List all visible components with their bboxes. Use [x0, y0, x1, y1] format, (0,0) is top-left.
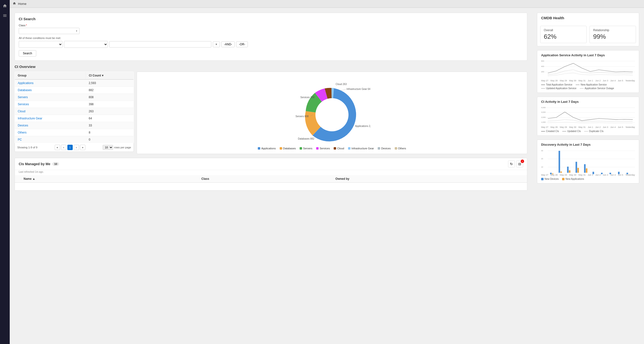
legend-dot-databases — [280, 147, 282, 149]
donut-svg: Cloud 263 Infrastructure Gear 64 Service… — [293, 76, 371, 144]
app-service-x-labels: May 27 May 28 May 29 May 30 May 31 Jun 1… — [541, 79, 635, 82]
filter-count: 2 — [521, 159, 524, 163]
overview-container: Group CI Count ▾ Applications2,593Databa… — [14, 72, 527, 154]
group-cell[interactable]: Applications — [15, 79, 86, 87]
legend-dot-applications — [258, 147, 260, 149]
svg-text:4,000: 4,000 — [541, 106, 546, 109]
class-select[interactable] — [19, 28, 80, 34]
filter-value-input[interactable] — [109, 41, 211, 48]
filter-and-btn[interactable]: -AND- — [221, 41, 235, 47]
ci-search-title: CI Search — [19, 17, 523, 21]
app-service-activity-card: Application Service Activity in Last 7 D… — [537, 50, 639, 93]
svg-text:200: 200 — [541, 71, 544, 73]
page-1-btn[interactable]: 1 — [67, 145, 73, 150]
table-row: Cloud263 — [15, 108, 134, 115]
svg-text:Infrastructure Gear  64: Infrastructure Gear 64 — [346, 88, 370, 90]
ci-activity-svg: 4,000 3,000 2,000 1,000 — [541, 105, 635, 125]
filter-badge-wrapper: ⊟ 2 — [516, 160, 523, 167]
svg-text:30: 30 — [541, 149, 543, 152]
refresh-time: Last refreshed 1m ago. — [15, 170, 527, 175]
overview-table-wrap: Group CI Count ▾ Applications2,593Databa… — [14, 72, 134, 154]
cmdb-health-title: CMDB Health — [537, 13, 639, 23]
group-cell[interactable]: Devices — [15, 122, 86, 129]
group-cell[interactable]: Servers — [15, 94, 86, 101]
first-page-btn[interactable]: « — [55, 145, 60, 150]
managed-badge: 10 — [52, 162, 59, 166]
table-row: PC0 — [15, 136, 134, 143]
required-indicator: * — [26, 24, 27, 27]
svg-rect-36 — [567, 167, 568, 173]
search-button[interactable]: Search — [19, 50, 36, 57]
group-cell[interactable]: Infrastructure Gear — [15, 115, 86, 122]
overall-label: Overall — [544, 29, 583, 32]
legend-line-total — [541, 85, 545, 85]
filter-remove-btn[interactable]: × — [213, 41, 220, 47]
col-group: Group — [15, 72, 86, 80]
conditions-label: All of these conditions must be met: — [19, 37, 523, 40]
svg-text:10: 10 — [541, 166, 543, 168]
topbar-home-label: Home — [18, 2, 26, 6]
legend-line-created — [541, 131, 545, 131]
managed-title: CIs Managed by Me — [19, 162, 50, 166]
app-service-chart: 600 400 200 — [541, 59, 635, 78]
count-cell: 2,593 — [86, 79, 134, 87]
last-page-btn[interactable]: » — [80, 145, 85, 150]
filter-or-btn[interactable]: -OR- — [236, 41, 248, 47]
count-cell: 263 — [86, 108, 134, 115]
ci-activity-chart: 4,000 3,000 2,000 1,000 — [541, 105, 635, 125]
legend-servers: Servers — [300, 147, 312, 150]
table-footer: Showing 1-9 of 9 « ‹ 1 › » 10 — [14, 143, 134, 152]
legend-line-outage — [580, 88, 584, 89]
app-service-svg: 600 400 200 — [541, 59, 635, 78]
chart-legend: Applications Databases Servers — [258, 147, 406, 150]
ci-activity-x-labels: May 27 May 28 May 29 May 30 May 31 Jun 1… — [541, 126, 635, 128]
filter-field-select[interactable] — [19, 41, 62, 48]
sidebar-home-icon[interactable] — [1, 2, 9, 10]
legend-line-duplicate — [584, 131, 588, 131]
svg-text:Servers  808: Servers 808 — [296, 115, 308, 118]
svg-point-0 — [316, 98, 348, 131]
group-cell[interactable]: Cloud — [15, 108, 86, 115]
svg-rect-34 — [559, 151, 560, 173]
legend-others: Others — [395, 147, 406, 150]
discovery-legend: New Devices New Applications — [541, 178, 635, 180]
cmdb-cards: Overall 62% Relationship 99% — [537, 23, 639, 46]
relationship-health-card: Relationship 99% — [590, 26, 636, 43]
col-owned-by: Owned by — [332, 175, 527, 183]
ci-search-section: CI Search Class * All of these condition… — [14, 13, 527, 61]
table-row: Servers808 — [15, 94, 134, 101]
svg-rect-43 — [601, 173, 602, 174]
group-cell[interactable]: PC — [15, 136, 86, 143]
refresh-btn[interactable]: ↻ — [508, 160, 515, 167]
managed-header: CIs Managed by Me 10 ↻ ⊟ 2 — [15, 158, 527, 170]
legend-line-updated — [541, 88, 545, 89]
legend-dot-new-devices — [541, 178, 544, 180]
group-cell[interactable]: Databases — [15, 87, 86, 94]
legend-cloud: Cloud — [334, 147, 344, 150]
count-cell: 0 — [86, 136, 134, 143]
prev-page-btn[interactable]: ‹ — [61, 145, 66, 150]
right-panel: CMDB Health Overall 62% Relationship 99%… — [532, 8, 644, 344]
svg-rect-46 — [626, 173, 628, 174]
cmdb-health-card: CMDB Health Overall 62% Relationship 99% — [537, 13, 639, 46]
group-cell[interactable]: Others — [15, 129, 86, 136]
sidebar-menu-icon[interactable] — [1, 12, 9, 20]
rows-per-page-select[interactable]: 10 25 50 — [103, 145, 113, 150]
filter-operator-select[interactable] — [64, 41, 108, 48]
svg-rect-38 — [576, 162, 577, 173]
legend-dot-devices — [378, 147, 380, 149]
table-row: Infrastructure Gear64 — [15, 115, 134, 122]
next-page-btn[interactable]: › — [74, 145, 79, 150]
svg-text:Cloud  263: Cloud 263 — [336, 83, 347, 86]
svg-rect-45 — [618, 172, 620, 174]
managed-table-empty-row — [15, 183, 527, 191]
legend-outage-app-service: Application Service Outage — [580, 87, 614, 90]
topbar: Home — [10, 0, 644, 8]
legend-services: Services — [316, 147, 330, 150]
svg-rect-32 — [550, 173, 552, 174]
home-icon — [13, 2, 16, 6]
group-cell[interactable]: Services — [15, 101, 86, 108]
legend-total-app-service: Total Application Service — [541, 83, 572, 86]
left-panel: CI Search Class * All of these condition… — [10, 8, 532, 344]
count-cell: 64 — [86, 115, 134, 122]
